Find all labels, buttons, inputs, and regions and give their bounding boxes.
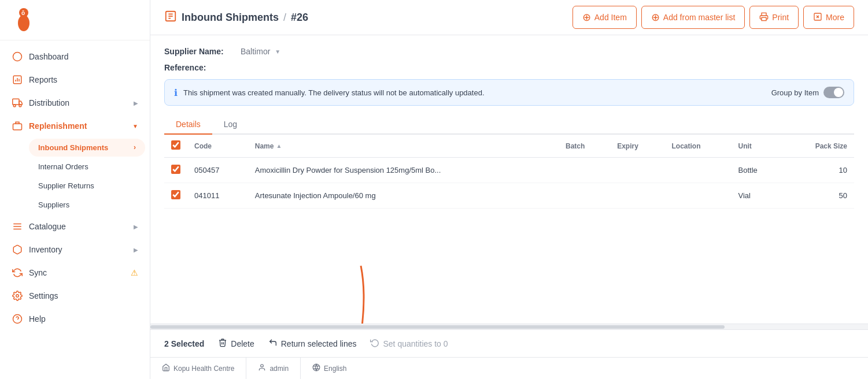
- column-code: Code: [187, 135, 248, 158]
- info-message: This shipment was created manually. The …: [183, 88, 485, 97]
- row-1-pack-size: 10: [783, 158, 854, 183]
- return-label: Return selected lines: [281, 339, 357, 348]
- column-expiry-label: Expiry: [617, 142, 638, 150]
- svg-point-12: [19, 105, 21, 107]
- sidebar-item-replenishment[interactable]: Replenishment ▼: [0, 114, 150, 138]
- chevron-right-icon: ›: [134, 143, 136, 151]
- sidebar-logo: ō: [0, 0, 150, 40]
- sidebar-item-inbound-shipments[interactable]: Inbound Shipments ›: [29, 139, 145, 157]
- tabs: Details Log: [164, 115, 854, 135]
- return-action[interactable]: Return selected lines: [268, 338, 357, 349]
- sidebar-item-suppliers[interactable]: Suppliers: [29, 196, 145, 214]
- sidebar-navigation: Dashboard Reports Distribution ▶ Repleni…: [0, 40, 150, 379]
- add-from-master-button[interactable]: ⊕ Add from master list: [641, 6, 745, 29]
- selected-count: 2 Selected: [164, 339, 204, 348]
- table-header: Code Name ▲ Batch Expiry: [164, 135, 854, 158]
- sidebar-subitem-label: Suppliers: [38, 200, 69, 209]
- sidebar-item-distribution[interactable]: Distribution ▶: [0, 91, 150, 114]
- sidebar-item-label: Help: [29, 314, 46, 324]
- sidebar-item-settings[interactable]: Settings: [0, 284, 150, 307]
- app-logo: ō: [9, 6, 38, 35]
- sidebar-item-label: Sync: [29, 268, 47, 277]
- sidebar-item-help[interactable]: Help: [0, 307, 150, 330]
- tab-log[interactable]: Log: [212, 115, 249, 135]
- sidebar-subitem-label: Internal Orders: [38, 162, 88, 171]
- chevron-right-icon: ▶: [134, 224, 138, 230]
- sidebar-item-dashboard[interactable]: Dashboard: [0, 45, 150, 68]
- chevron-down-icon: ▼: [132, 123, 138, 129]
- column-pack-size: Pack Size: [783, 135, 854, 158]
- print-label: Print: [772, 13, 789, 22]
- horizontal-scrollbar[interactable]: [150, 325, 725, 329]
- tab-details[interactable]: Details: [164, 115, 212, 135]
- row-2-batch: [559, 183, 610, 209]
- row-1-batch: [559, 158, 610, 183]
- settings-icon: [12, 290, 23, 302]
- sidebar-item-label: Catalogue: [29, 222, 66, 231]
- row-1-expiry: [610, 158, 664, 183]
- sync-alert-icon: ⚠: [131, 268, 138, 277]
- sidebar-subitem-label: Inbound Shipments: [38, 143, 108, 152]
- column-name-sort: Name ▲: [255, 142, 552, 150]
- help-icon: [12, 313, 23, 325]
- sidebar-item-label: Settings: [29, 291, 58, 300]
- print-icon: [759, 12, 769, 23]
- dropdown-arrow-icon[interactable]: ▼: [275, 49, 280, 55]
- sync-icon: [12, 267, 23, 278]
- svg-point-28: [261, 365, 264, 367]
- svg-text:ō: ō: [21, 10, 25, 16]
- column-batch: Batch: [559, 135, 610, 158]
- page-content: Supplier Name: Baltimor ▼ Reference: ℹ T…: [150, 35, 868, 324]
- scrollbar-area: [150, 324, 868, 329]
- row-2-checkbox[interactable]: [171, 190, 180, 199]
- sidebar-item-supplier-returns[interactable]: Supplier Returns: [29, 177, 145, 195]
- header-checkbox-cell: [164, 135, 187, 158]
- row-1-code: 050457: [187, 158, 248, 183]
- reference-row: Reference:: [164, 63, 854, 72]
- column-code-label: Code: [194, 142, 212, 150]
- more-icon: [813, 12, 822, 23]
- sidebar-item-reports[interactable]: Reports: [0, 68, 150, 91]
- supplier-label: Supplier Name:: [164, 47, 234, 56]
- set-quantities-action: Set quantities to 0: [370, 338, 448, 349]
- column-name[interactable]: Name ▲: [248, 135, 559, 158]
- sidebar-item-internal-orders[interactable]: Internal Orders: [29, 158, 145, 176]
- group-by-toggle[interactable]: [823, 87, 844, 98]
- svg-rect-23: [762, 17, 766, 20]
- set-quantities-label: Set quantities to 0: [383, 339, 448, 348]
- inventory-icon: [12, 244, 23, 255]
- sidebar-item-sync[interactable]: Sync ⚠: [0, 261, 150, 284]
- sidebar-subitem-label: Supplier Returns: [38, 181, 94, 190]
- page-icon: [164, 10, 177, 25]
- row-1-checkbox[interactable]: [171, 165, 180, 174]
- page-title: Inbound Shipments / #26: [164, 10, 308, 25]
- supplier-name: Baltimor: [241, 47, 270, 56]
- title-separator: /: [283, 12, 286, 24]
- more-button[interactable]: More: [803, 6, 854, 29]
- more-label: More: [826, 13, 844, 22]
- supplier-row: Supplier Name: Baltimor ▼: [164, 47, 854, 56]
- row-2-code: 041011: [187, 183, 248, 209]
- main-content: Inbound Shipments / #26 ⊕ Add Item ⊕ Add…: [150, 0, 868, 379]
- add-item-button[interactable]: ⊕ Add Item: [572, 6, 637, 29]
- facility-name: Kopu Health Centre: [173, 365, 234, 373]
- add-item-icon: ⊕: [582, 11, 591, 24]
- column-location-label: Location: [671, 142, 700, 150]
- column-unit: Unit: [732, 135, 783, 158]
- delete-action[interactable]: Delete: [218, 338, 254, 349]
- column-unit-label: Unit: [738, 142, 752, 150]
- sidebar-item-label: Inventory: [29, 245, 62, 254]
- sidebar-item-catalogue[interactable]: Catalogue ▶: [0, 215, 150, 238]
- sidebar-item-label: Distribution: [29, 98, 69, 107]
- tab-log-label: Log: [224, 120, 237, 129]
- reference-label: Reference:: [164, 63, 234, 72]
- bottom-bar: 2 Selected Delete Return selected lines …: [150, 329, 868, 357]
- reset-icon: [370, 338, 379, 349]
- print-button[interactable]: Print: [749, 6, 799, 29]
- select-all-checkbox[interactable]: [171, 140, 180, 150]
- language-name: English: [324, 365, 346, 373]
- shipment-table: Code Name ▲ Batch Expiry: [164, 135, 854, 209]
- sidebar-item-inventory[interactable]: Inventory ▶: [0, 238, 150, 261]
- table-body: 050457 Amoxicillin Dry Powder for Suspen…: [164, 158, 854, 209]
- replenishment-icon: [12, 120, 23, 132]
